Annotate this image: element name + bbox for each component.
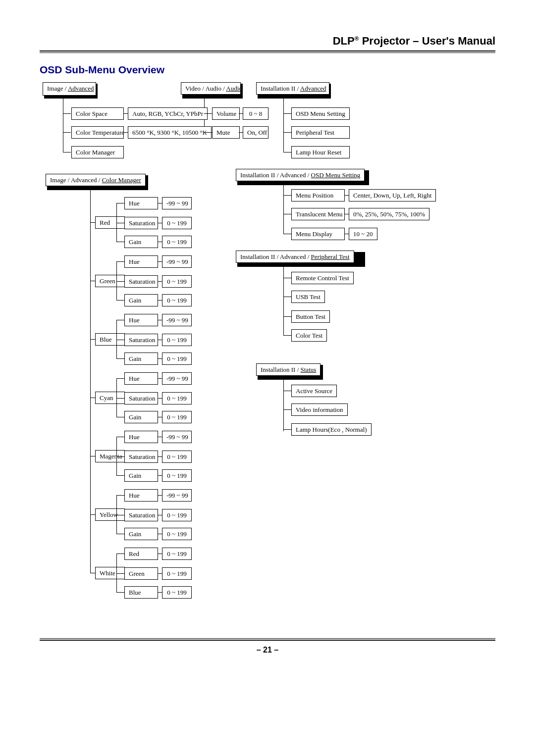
header-rule-thin xyxy=(40,52,495,53)
cm-magenta-gain: Gain xyxy=(124,469,158,482)
node-mute-val: On, Off xyxy=(243,126,268,139)
cm-red-sat-v: 0 ~ 199 xyxy=(162,217,192,229)
node-color-space: Color Space xyxy=(71,107,124,120)
cm-magenta-hue: Hue xyxy=(124,431,158,443)
cm-yellow-hue-v: -99 ~ 99 xyxy=(162,489,192,502)
hdr-video-audio: Video / Audio / Audio xyxy=(181,82,241,95)
cm-green-hue-v: -99 ~ 99 xyxy=(162,255,192,268)
cm-blue-sat-v: 0 ~ 199 xyxy=(162,334,192,346)
node-usb-test: USB Test xyxy=(291,291,325,303)
hdr-color-manager: Image / Advanced / Color Manager xyxy=(46,174,146,186)
node-translucent-menu: Translucent Menu xyxy=(291,208,345,220)
hdr-peripheral-test: Installation II / Advanced / Peripheral … xyxy=(236,251,354,263)
node-button-test: Button Test xyxy=(291,310,330,323)
footer-rule-thick xyxy=(40,640,495,641)
cm-cyan-hue: Hue xyxy=(124,372,158,385)
cm-white-blue: Blue xyxy=(124,586,158,599)
node-color-manager: Color Manager xyxy=(71,146,124,158)
node-color-space-val: Auto, RGB, YCbCr, YPbPr xyxy=(128,107,208,120)
node-mute: Mute xyxy=(212,126,240,139)
cm-red-gain: Gain xyxy=(124,236,158,248)
cm-cyan-sat: Saturation xyxy=(124,392,158,404)
node-color-temp: Color Temperature xyxy=(71,126,124,139)
cm-white-red: Red xyxy=(124,548,158,560)
header-title: DLP® Projector – User's Manual xyxy=(40,35,495,48)
node-lamp-hours: Lamp Hours(Eco , Normal) xyxy=(291,423,372,436)
node-menu-position: Menu Position xyxy=(291,189,345,202)
cm-green-gain: Gain xyxy=(124,294,158,306)
cm-magenta-hue-v: -99 ~ 99 xyxy=(162,431,192,443)
cm-blue-gain: Gain xyxy=(124,353,158,365)
node-video-information: Video information xyxy=(291,403,348,416)
cm-blue-gain-v: 0 ~ 199 xyxy=(162,353,192,365)
cm-white-red-v: 0 ~ 199 xyxy=(162,548,192,560)
node-lamp-hour-reset: Lamp Hour Reset xyxy=(291,146,350,158)
cm-blue-sat: Saturation xyxy=(124,334,158,346)
cm-blue-hue-v: -99 ~ 99 xyxy=(162,314,192,326)
node-volume-val: 0 ~ 8 xyxy=(243,107,268,120)
cm-white-green-v: 0 ~ 199 xyxy=(162,567,192,580)
hdr-image-advanced: Image / Advanced xyxy=(43,82,96,96)
cm-cyan-sat-v: 0 ~ 199 xyxy=(162,392,192,404)
cm-green-gain-v: 0 ~ 199 xyxy=(162,294,192,306)
cm-red-sat: Saturation xyxy=(124,217,158,229)
cm-magenta-sat: Saturation xyxy=(124,451,158,463)
hdr-inst2-advanced: Installation II / Advanced xyxy=(256,82,329,95)
hdr-osd-menu-setting: Installation II / Advanced / OSD Menu Se… xyxy=(236,169,365,181)
cm-yellow-gain-v: 0 ~ 199 xyxy=(162,528,192,540)
hdr-inst2-status: Installation II / Status xyxy=(256,363,321,376)
node-menu-display-val: 10 ~ 20 xyxy=(349,228,377,240)
page-number: – 21 – xyxy=(40,646,495,655)
cm-cyan-hue-v: -99 ~ 99 xyxy=(162,372,192,385)
cm-white-blue-v: 0 ~ 199 xyxy=(162,586,192,599)
cm-red-hue-v: -99 ~ 99 xyxy=(162,197,192,209)
cm-red-hue: Hue xyxy=(124,197,158,209)
cm-yellow-sat-v: 0 ~ 199 xyxy=(162,509,192,521)
node-remote-control-test: Remote Control Test xyxy=(291,272,354,284)
node-menu-display: Menu Display xyxy=(291,228,345,240)
node-color-test: Color Test xyxy=(291,329,327,342)
cm-green-hue: Hue xyxy=(124,255,158,268)
node-menu-position-val: Center, Down, Up, Left, Right xyxy=(349,189,436,202)
cm-red-gain-v: 0 ~ 199 xyxy=(162,236,192,248)
section-title: OSD Sub-Menu Overview xyxy=(40,64,495,76)
cm-magenta-sat-v: 0 ~ 199 xyxy=(162,451,192,463)
cm-blue-hue: Hue xyxy=(124,314,158,326)
node-translucent-val: 0%, 25%, 50%, 75%, 100% xyxy=(349,208,429,220)
node-volume: Volume xyxy=(212,107,240,120)
cm-yellow-sat: Saturation xyxy=(124,509,158,521)
node-active-source: Active Source xyxy=(291,385,337,397)
cm-cyan-gain-v: 0 ~ 199 xyxy=(162,411,192,423)
node-color-temp-val: 6500 °K, 9300 °K, 10500 °K xyxy=(128,126,212,139)
cm-green-sat: Saturation xyxy=(124,275,158,288)
cm-white-green: Green xyxy=(124,567,158,580)
cm-green-sat-v: 0 ~ 199 xyxy=(162,275,192,288)
node-osd-menu-setting: OSD Menu Setting xyxy=(291,107,350,120)
osd-submenu-diagram: Image / Advanced Video / Audio / Audio I… xyxy=(41,84,496,638)
cm-yellow-gain: Gain xyxy=(124,528,158,540)
cm-cyan-gain: Gain xyxy=(124,411,158,423)
node-peripheral-test: Peripheral Test xyxy=(291,126,350,139)
cm-yellow-hue: Hue xyxy=(124,489,158,502)
cm-magenta-gain-v: 0 ~ 199 xyxy=(162,469,192,482)
